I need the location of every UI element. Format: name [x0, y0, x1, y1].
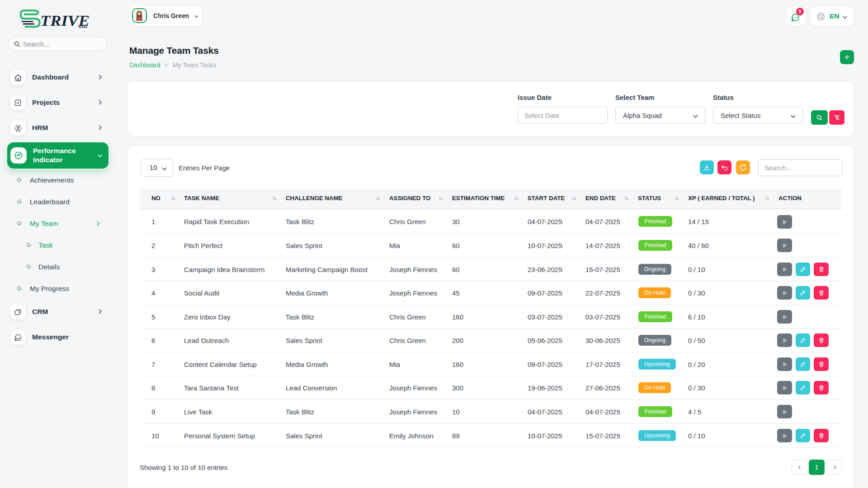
svg-text:MAKE: MAKE [78, 24, 88, 29]
